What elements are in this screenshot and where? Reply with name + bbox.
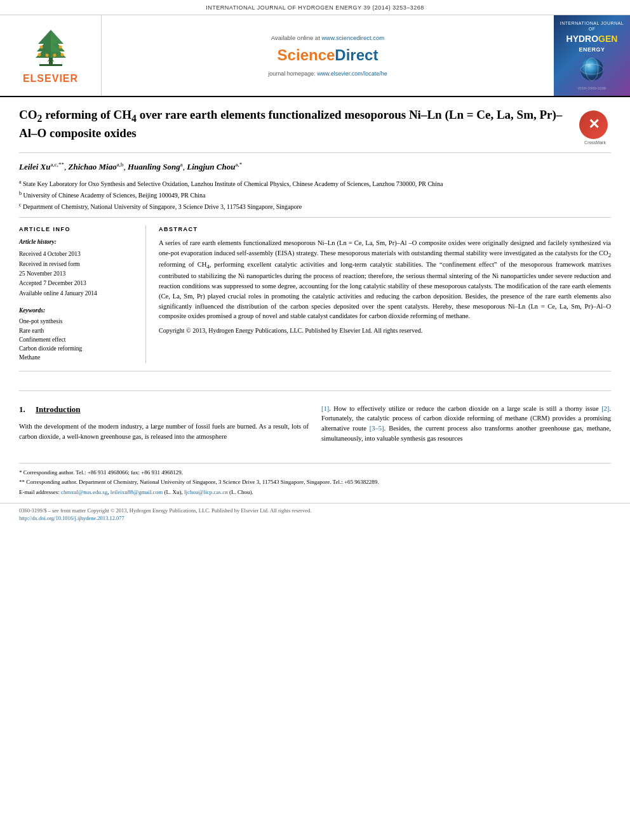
article-info-column: Article Info Article history: Received 4… [19,225,146,363]
email-3-link[interactable]: ljchou@licp.cas.cn [184,489,228,495]
svg-point-13 [53,54,56,57]
spacer [19,371,611,390]
keywords-label: Keywords: [19,307,135,315]
issn-notice: 0360-3199/$ – see front matter Copyright… [19,507,611,515]
reference-1-link[interactable]: [1] [321,405,329,412]
journal-cover-orb-icon [579,57,605,82]
article-info-header: Article Info [19,225,135,234]
article-info-abstract-section: Article Info Article history: Received 4… [19,218,611,371]
center-branding: Available online at www.sciencedirect.co… [102,15,554,97]
available-online-date: Available online 4 January 2014 [19,290,135,298]
journal-cover-energy: ENERGY [579,46,605,54]
authors-section: Leilei Xua,c,**, Zhichao Miaoa,b, Huanli… [19,153,611,218]
reference-3-5-link[interactable]: [3–5] [370,425,384,432]
main-content: CO2 reforming of CH4 over rare earth ele… [0,97,630,497]
elsevier-tree-container [25,25,76,69]
abstract-column: Abstract A series of rare earth elements… [159,225,611,363]
author-leilei-xu: Leilei Xu [19,162,50,171]
article-title-section: CO2 reforming of CH4 over rare earth ele… [19,97,611,153]
journal-homepage-link[interactable]: www.elsevier.com/locate/he [317,70,387,77]
crossmark-badge[interactable]: ✕ CrossMark [579,110,611,146]
intro-left-text: With the development of the modern indus… [19,422,309,442]
history-label: Article history: [19,238,135,246]
available-online-text: Available online at www.sciencedirect.co… [271,34,384,42]
abstract-text: A series of rare earth elements function… [159,238,611,321]
intro-section-heading: Introduction [36,404,81,414]
corresponding-author-1: * Corresponding author. Tel.: +86 931 49… [19,469,611,477]
email-2-link[interactable]: leileixu88@gmail.com [111,489,163,495]
revised-date: 25 November 2013 [19,270,135,278]
author-lingjun-chou: Lingjun Chou [187,162,235,171]
keyword-5: Methane [19,354,135,362]
revised-label: Received in revised form [19,260,135,269]
keyword-3: Confinement effect [19,336,135,344]
elsevier-tree-icon [25,25,76,69]
journal-header: International Journal of Hydrogen Energy… [0,0,630,15]
keyword-4: Carbon dioxide reforming [19,345,135,353]
intro-section-number: 1. [19,404,25,414]
intro-right-text: [1]. How to effectively utilize or reduc… [321,404,611,444]
science-text: Science [278,46,335,63]
doi-link[interactable]: http://dx.doi.org/10.1016/j.ijhydene.201… [19,515,124,521]
journal-cover-issn: ISSN 0360-3199 [578,86,606,91]
abstract-header: Abstract [159,225,611,234]
keywords-section: Keywords: One-pot synthesis Rare earth C… [19,307,135,363]
email-1-link[interactable]: chmxul@nus.edu.sg [61,489,107,495]
svg-point-11 [60,53,64,57]
intro-section-title: 1. Introduction [19,404,309,415]
svg-point-12 [45,54,48,57]
sciencedirect-brand: ScienceDirect [278,44,379,66]
branding-row: ELSEVIER Available online at www.science… [0,15,630,98]
keyword-2: Rare earth [19,327,135,335]
affiliation-a: a State Key Laboratory for Oxo Synthesis… [19,178,611,189]
elsevier-logo: ELSEVIER [0,15,102,97]
received-date: Received 4 October 2013 [19,250,135,258]
crossmark-icon: ✕ [579,110,608,139]
journal-title: International Journal of Hydrogen Energy… [206,4,424,11]
corresponding-author-2: ** Corresponding author. Department of C… [19,478,611,487]
svg-rect-1 [39,64,62,66]
cover-hydrogen-text: HYDROGEN [566,34,618,44]
article-title: CO2 reforming of CH4 over rare earth ele… [19,107,573,141]
introduction-left-column: 1. Introduction With the development of … [19,404,309,444]
copyright-text: Copyright © 2013, Hydrogen Energy Public… [159,326,611,335]
journal-cover-title1: International Journal of [559,20,625,32]
svg-point-10 [37,53,41,57]
svg-point-8 [39,46,43,49]
svg-point-16 [580,58,603,81]
accepted-date: Accepted 7 December 2013 [19,279,135,288]
introduction-section: 1. Introduction With the development of … [19,391,611,450]
journal-cover-main: HYDROGEN [566,34,618,44]
affiliations: a State Key Laboratory for Oxo Synthesis… [19,178,611,212]
doi-line: http://dx.doi.org/10.1016/j.ijhydene.201… [19,515,611,523]
reference-2-link[interactable]: [2] [601,405,609,412]
elsevier-brand-text: ELSEVIER [23,72,78,86]
sciencedirect-url[interactable]: www.sciencedirect.com [321,34,384,41]
keyword-1: One-pot synthesis [19,317,135,326]
affiliation-c: c Department of Chemistry, National Univ… [19,201,611,211]
author-huanling-song: Huanling Song [128,162,180,171]
bottom-footer: 0360-3199/$ – see front matter Copyright… [0,503,630,526]
introduction-right-column: [1]. How to effectively utilize or reduc… [321,404,611,444]
crossmark-label: CrossMark [579,140,611,146]
journal-cover-thumbnail: International Journal of HYDROGEN ENERGY… [554,15,630,97]
affiliation-b: b University of Chinese Academy of Scien… [19,190,611,200]
footer-notes: * Corresponding author. Tel.: +86 931 49… [19,463,611,497]
authors-line: Leilei Xua,c,**, Zhichao Miaoa,b, Huanli… [19,161,611,173]
direct-text: Direct [335,46,378,63]
svg-point-19 [586,63,590,67]
journal-homepage: journal homepage: www.elsevier.com/locat… [268,70,387,78]
article-title-container: CO2 reforming of CH4 over rare earth ele… [19,107,573,141]
email-addresses-line: E-mail addresses: chmxul@nus.edu.sg, lei… [19,488,611,497]
svg-point-9 [58,46,62,49]
author-zhichao-miao: Zhichao Miao [68,162,116,171]
